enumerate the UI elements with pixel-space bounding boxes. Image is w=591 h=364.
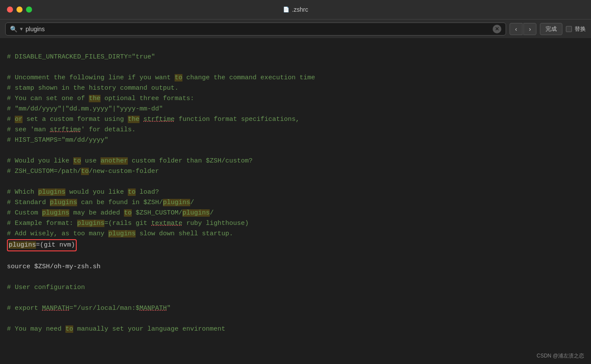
code-line: # Add wisely, as too many plugins slow d… [7,230,233,237]
code-line: # Custom plugins may be added to $ZSH_CU… [7,209,214,217]
search-input-wrapper[interactable]: 🔍 ▾ ✕ [5,23,506,36]
strftime2-underline: strftime [50,126,81,133]
close-button[interactable] [7,6,13,13]
empty-line [7,64,11,71]
empty-line [7,178,11,185]
search-clear-button[interactable]: ✕ [493,25,501,33]
next-match-button[interactable]: › [523,23,536,35]
editor-content[interactable]: # DISABLE_UNTRACKED_FILES_DIRTY="true" #… [0,38,591,364]
code-line: # "mm/dd/yyyy"|"dd.mm.yyyy"|"yyyy-mm-dd" [7,105,163,113]
minimize-button[interactable] [16,6,23,13]
search-input[interactable] [26,26,490,32]
search-icon: 🔍 [10,26,17,32]
code-line: # HIST_STAMPS="mm/dd/yyyy" [7,136,108,144]
code-line: # User configuration [7,284,85,291]
strftime-underline: strftime [143,116,175,123]
empty-line [7,147,11,154]
code-line: # You can set one of the optional three … [7,95,194,102]
replace-checkbox[interactable] [566,26,572,32]
code-line: # ZSH_CUSTOM=/path/to/new-custom-folder [7,168,159,175]
watermark: CSDN @浦左渍之恋 [536,352,584,360]
done-button[interactable]: 完成 [540,23,562,35]
search-bar: 🔍 ▾ ✕ ‹ › 完成 替换 [0,19,591,38]
code-line: # Example format: plugins=(rails git tex… [7,220,249,227]
code-line: # Would you like to use another custom f… [7,157,253,165]
title-text: .zshrc [292,6,308,13]
plugins-line-highlighted: plugins=(git nvm) [7,239,77,251]
code-line: # DISABLE_UNTRACKED_FILES_DIRTY="true" [7,53,155,61]
code-line: # Which plugins would you like to load? [7,188,159,196]
maximize-button[interactable] [26,6,32,13]
code-line: source $ZSH/oh-my-zsh.sh [7,263,101,270]
code-line: # Standard plugins can be found in $ZSH/… [7,199,194,206]
code-line: # see 'man strftime' for details. [7,126,136,133]
titlebar: 📄 .zshrc [0,0,591,19]
code-line: # or set a custom format using the strft… [7,116,299,123]
file-icon: 📄 [283,6,289,13]
nav-buttons: ‹ › [510,23,536,35]
window-title: 📄 .zshrc [283,6,308,13]
code-line: # Uncomment the following line if you wa… [7,74,315,81]
empty-line [7,253,11,260]
search-arrow: ▾ [20,26,23,32]
empty-line [7,315,11,322]
window: 📄 .zshrc 🔍 ▾ ✕ ‹ › 完成 替换 # DISABLE_UNTRA… [0,0,591,364]
manpath-underline: MANPATH [42,305,69,312]
replace-label: 替换 [575,25,586,33]
empty-line [7,273,11,281]
code-line: # export MANPATH="/usr/local/man:$MANPAT… [7,305,171,312]
prev-match-button[interactable]: ‹ [510,23,523,35]
textmate-underline: textmate [151,220,182,227]
empty-line [7,294,11,302]
replace-wrapper: 替换 [566,25,586,33]
code-line: # You may need to manually set your lang… [7,325,225,333]
traffic-lights [7,6,32,13]
code-line: # stamp shown in the history command out… [7,84,179,92]
